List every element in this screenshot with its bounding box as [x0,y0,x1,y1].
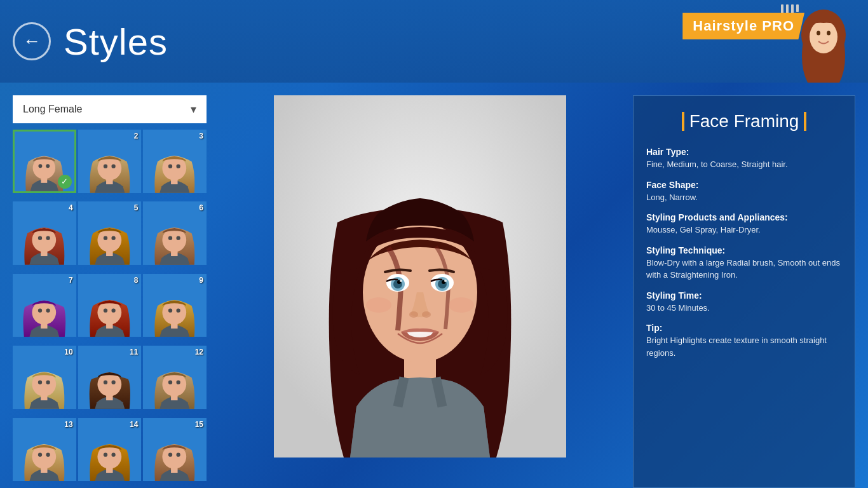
info-label: Face Shape: [646,180,842,190]
svg-point-28 [38,236,42,240]
style-number: 2 [134,132,139,140]
left-panel: Long Female ▾ ✓23456789101112131415 [13,95,207,488]
info-section-3: Styling Technique:Blow-Dry with a large … [646,245,842,281]
svg-point-78 [104,452,107,456]
style-item-6[interactable]: 6 [143,201,207,265]
info-panel: Face Framing Hair Type:Fine, Medium, to … [633,95,855,488]
thumb-svg [78,130,142,193]
style-item-10[interactable]: 10 [13,346,76,409]
info-label: Tip: [646,323,842,333]
svg-point-59 [46,381,50,384]
svg-point-73 [38,452,42,456]
svg-point-33 [104,236,107,240]
svg-point-68 [168,381,172,384]
header-left: ← Styles [13,20,168,63]
style-number: 5 [134,203,139,212]
info-section-0: Hair Type:Fine, Medium, to Coarse, Strai… [646,147,842,171]
style-item-12[interactable]: 12 [143,346,207,409]
svg-point-58 [38,381,42,384]
svg-point-18 [104,165,107,168]
thumb-svg [13,274,76,337]
brand-avatar [773,0,855,83]
svg-rect-2 [786,4,789,14]
category-dropdown[interactable]: Long Female ▾ [13,95,207,123]
style-item-4[interactable]: 4 [13,201,76,265]
svg-rect-4 [796,4,799,12]
style-number: 9 [199,276,203,285]
info-section-4: Styling Time:30 to 45 Minutes. [646,290,842,315]
svg-point-34 [111,236,115,240]
style-item-3[interactable]: 3 [143,130,207,193]
style-number: 13 [64,420,72,429]
svg-point-29 [46,236,50,240]
svg-point-74 [46,452,50,456]
dropdown-container: Long Female ▾ [13,95,207,123]
thumb-svg [13,201,76,265]
svg-point-7 [810,20,837,53]
brand-area: Hairstyle PRO [658,0,855,83]
svg-point-13 [38,164,42,168]
header: ← Styles Hairstyle PRO [0,0,868,83]
info-section-5: Tip:Bright Highlights create texture in … [646,323,842,359]
info-section-2: Styling Products and Appliances:Mousse, … [646,212,842,236]
thumb-svg [143,274,207,337]
style-name: Face Framing [689,111,799,132]
info-label: Styling Time: [646,290,842,301]
style-number: 3 [199,132,203,140]
style-item-11[interactable]: 11 [78,346,142,409]
svg-point-48 [104,308,107,312]
style-item-7[interactable]: 7 [13,274,76,337]
selected-check-icon: ✓ [58,175,72,189]
style-number: 14 [130,420,138,429]
dropdown-value: Long Female [23,104,82,115]
info-sections: Hair Type:Fine, Medium, to Coarse, Strai… [646,147,842,359]
info-value: Bright Highlights create texture in smoo… [646,334,842,359]
style-item-15[interactable]: 15 [143,418,207,482]
title-bar-left [682,112,684,131]
avatar-svg [773,0,855,83]
style-number: 4 [69,203,73,212]
style-number: 12 [195,348,203,356]
style-number: 6 [199,203,203,212]
back-button[interactable]: ← [13,22,51,60]
page-title: Styles [64,20,168,63]
style-item-14[interactable]: 14 [78,418,142,482]
info-label: Styling Technique: [646,245,842,255]
svg-point-83 [168,452,172,456]
svg-point-69 [177,381,180,384]
style-item-1[interactable]: ✓ [13,130,76,193]
svg-point-64 [111,381,115,384]
thumb-svg [143,201,207,265]
style-item-13[interactable]: 13 [13,418,76,482]
info-value: Mousse, Gel Spray, Hair-Dryer. [646,224,842,236]
svg-point-44 [46,308,50,312]
brand-text: Hairstyle PRO [693,18,794,34]
style-item-2[interactable]: 2 [78,130,142,193]
svg-point-43 [38,308,42,312]
svg-point-100 [422,311,431,318]
info-value: Fine, Medium, to Coarse, Straight hair. [646,158,842,171]
main-photo-frame [274,95,566,458]
svg-point-9 [827,31,831,36]
style-item-5[interactable]: 5 [78,201,142,265]
svg-point-101 [366,297,391,313]
thumb-svg [78,201,142,265]
svg-point-24 [177,165,180,168]
svg-point-38 [168,236,172,240]
svg-point-99 [409,311,418,318]
svg-point-53 [168,308,172,312]
style-item-8[interactable]: 8 [78,274,142,337]
style-number: 11 [130,348,138,356]
main-content: Long Female ▾ ✓23456789101112131415 [0,83,868,488]
svg-point-54 [177,308,180,312]
main-photo [274,95,566,458]
svg-point-63 [104,381,107,384]
back-icon: ← [23,31,41,51]
svg-point-93 [400,280,402,282]
chevron-down-icon: ▾ [191,102,196,116]
thumb-svg [143,130,207,193]
info-label: Styling Products and Appliances: [646,212,842,222]
info-value: Blow-Dry with a large Radial brush, Smoo… [646,257,842,281]
svg-point-98 [444,280,447,282]
style-item-9[interactable]: 9 [143,274,207,337]
